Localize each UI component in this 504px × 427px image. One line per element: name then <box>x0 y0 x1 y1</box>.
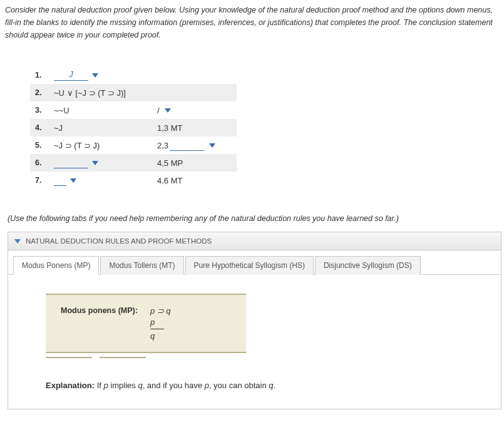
chevron-down-icon[interactable] <box>70 178 76 183</box>
proof-table: 1. J 2. ~U ∨ [~J ⊃ (T ⊃ J)] 3. ~~U / 4. … <box>30 66 504 189</box>
row-number: 1. <box>35 71 54 80</box>
formula-cell: ~~U <box>54 106 157 115</box>
decorative-bars <box>46 357 476 358</box>
formula-cell: ~J ⊃ (T ⊃ J) <box>54 141 157 150</box>
proof-row: 3. ~~U / <box>30 101 237 119</box>
justification-cell: 2,3 <box>157 140 232 151</box>
justification-cell: 4,6 MT <box>157 176 232 185</box>
formula-cell: J <box>54 69 157 81</box>
chevron-down-icon[interactable] <box>165 108 171 113</box>
explanation-body: If p implies q, and if you have p, you c… <box>95 381 275 390</box>
justif-prefix: / <box>157 106 160 115</box>
hint-text: (Use the following tabs if you need help… <box>8 214 504 223</box>
formula-cell <box>54 175 157 186</box>
row-number: 2. <box>35 88 54 97</box>
proof-row: 4. ~J 1,3 MT <box>30 119 237 136</box>
rules-panel-title: NATURAL DEDUCTION RULES AND PROOF METHOD… <box>26 237 212 245</box>
proof-row: 6. 4,5 MP <box>30 154 237 172</box>
blank-input[interactable]: J <box>54 69 88 81</box>
decorative-bar <box>100 357 146 358</box>
justif-prefix: 2,3 <box>157 141 168 150</box>
tabs-bar: Modus Ponens (MP) Modus Tollens (MT) Pur… <box>8 250 501 275</box>
rule-definition-box: Modus ponens (MP): p ⊃ q p q <box>46 294 246 353</box>
rule-formula: p ⊃ q p q <box>150 306 171 341</box>
proof-row: 1. J <box>30 66 237 84</box>
instructions-text: Consider the natural deduction proof giv… <box>5 4 504 41</box>
inference-line <box>150 329 164 329</box>
chevron-down-icon[interactable] <box>209 143 215 148</box>
proof-row: 5. ~J ⊃ (T ⊃ J) 2,3 <box>30 136 237 154</box>
rule-explanation: Explanation: If p implies q, and if you … <box>46 381 476 390</box>
tab-hypothetical-syllogism[interactable]: Pure Hypothetical Syllogism (HS) <box>185 256 314 275</box>
blank-input[interactable] <box>54 175 66 186</box>
decorative-bar <box>46 357 92 358</box>
rules-panel: NATURAL DEDUCTION RULES AND PROOF METHOD… <box>8 232 501 409</box>
rule-line-2: p <box>150 317 171 327</box>
formula-cell: ~J <box>54 123 157 133</box>
blank-input[interactable] <box>170 140 204 151</box>
rule-content: Modus ponens (MP): p ⊃ q p q Explanation… <box>8 275 501 409</box>
formula-cell: ~U ∨ [~J ⊃ (T ⊃ J)] <box>54 88 157 98</box>
tab-modus-ponens[interactable]: Modus Ponens (MP) <box>13 256 99 275</box>
row-number: 3. <box>35 106 54 115</box>
rule-line-1: p ⊃ q <box>150 306 171 316</box>
chevron-down-icon[interactable] <box>92 73 98 78</box>
justification-cell: / <box>157 106 232 115</box>
row-number: 6. <box>35 158 54 167</box>
row-number: 7. <box>35 176 54 185</box>
chevron-down-icon[interactable] <box>92 161 98 165</box>
proof-row: 2. ~U ∨ [~J ⊃ (T ⊃ J)] <box>30 84 237 101</box>
rules-panel-header[interactable]: NATURAL DEDUCTION RULES AND PROOF METHOD… <box>8 232 501 250</box>
row-number: 4. <box>35 123 54 132</box>
tab-disjunctive-syllogism[interactable]: Disjunctive Syllogism (DS) <box>315 256 421 275</box>
chevron-down-icon <box>14 239 21 244</box>
row-number: 5. <box>35 141 54 150</box>
formula-cell <box>54 157 157 168</box>
rule-line-3: q <box>150 331 171 341</box>
rule-name: Modus ponens (MP): <box>61 306 138 315</box>
tab-modus-tollens[interactable]: Modus Tollens (MT) <box>100 256 183 275</box>
explanation-label: Explanation: <box>46 381 95 390</box>
proof-row: 7. 4,6 MT <box>30 172 237 189</box>
justification-cell: 1,3 MT <box>157 123 232 133</box>
blank-input[interactable] <box>54 157 88 168</box>
justification-cell: 4,5 MP <box>157 158 232 168</box>
